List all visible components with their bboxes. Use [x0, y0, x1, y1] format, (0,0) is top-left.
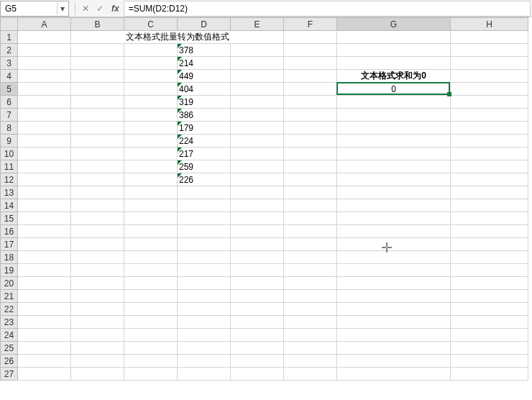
cell-B5[interactable]: [71, 83, 124, 96]
cell-C23[interactable]: [124, 316, 178, 329]
cell-B4[interactable]: [71, 70, 124, 83]
row-header-15[interactable]: 15: [1, 212, 18, 225]
cell-E10[interactable]: [231, 147, 284, 160]
cell-H22[interactable]: [451, 303, 528, 316]
cell-A11[interactable]: [18, 160, 71, 173]
cell-A17[interactable]: [18, 238, 71, 251]
cancel-formula-icon[interactable]: ✕: [78, 4, 93, 14]
cell-A7[interactable]: [18, 109, 71, 122]
cell-D24[interactable]: [178, 329, 231, 342]
row-header-19[interactable]: 19: [1, 264, 18, 277]
cell-H2[interactable]: [451, 44, 528, 57]
cell-E18[interactable]: [231, 251, 284, 264]
cell-C25[interactable]: [124, 342, 178, 355]
col-header-D[interactable]: D: [178, 18, 231, 31]
cell-B14[interactable]: [71, 199, 124, 212]
cell-G24[interactable]: [337, 329, 451, 342]
cell-H26[interactable]: [451, 355, 528, 368]
cell-F25[interactable]: [284, 342, 337, 355]
formula-input[interactable]: [124, 1, 531, 17]
cell-G27[interactable]: [337, 368, 451, 381]
cell-H5[interactable]: [451, 83, 528, 96]
cell-F6[interactable]: [284, 96, 337, 109]
cell-B8[interactable]: [71, 122, 124, 135]
cell-B22[interactable]: [71, 303, 124, 316]
cell-D16[interactable]: [178, 225, 231, 238]
cell-G20[interactable]: [337, 277, 451, 290]
col-header-F[interactable]: F: [284, 18, 337, 31]
row-header-6[interactable]: 6: [1, 96, 18, 109]
cell-B15[interactable]: [71, 212, 124, 225]
cell-D11[interactable]: 259: [178, 160, 231, 173]
cell-A19[interactable]: [18, 264, 71, 277]
row-header-11[interactable]: 11: [1, 160, 18, 173]
cell-E5[interactable]: [231, 83, 284, 96]
cell-A2[interactable]: [18, 44, 71, 57]
cell-E22[interactable]: [231, 303, 284, 316]
cell-H6[interactable]: [451, 96, 528, 109]
cell-G22[interactable]: [337, 303, 451, 316]
row-header-17[interactable]: 17: [1, 238, 18, 251]
col-header-C[interactable]: C: [124, 18, 178, 31]
cell-C9[interactable]: [124, 135, 178, 147]
cell-A25[interactable]: [18, 342, 71, 355]
cell-G8[interactable]: [337, 122, 451, 135]
cell-E14[interactable]: [231, 199, 284, 212]
cell-B24[interactable]: [71, 329, 124, 342]
col-header-H[interactable]: H: [451, 18, 528, 31]
cell-E6[interactable]: [231, 96, 284, 109]
cell-F5[interactable]: [284, 83, 337, 96]
cell-A20[interactable]: [18, 277, 71, 290]
cell-H3[interactable]: [451, 57, 528, 70]
cell-A4[interactable]: [18, 70, 71, 83]
name-box-input[interactable]: [5, 4, 64, 14]
cell-F13[interactable]: [284, 186, 337, 199]
cell-G4[interactable]: 文本格式求和为0: [337, 70, 451, 83]
cell-C18[interactable]: [124, 251, 178, 264]
cell-A15[interactable]: [18, 212, 71, 225]
cell-D22[interactable]: [178, 303, 231, 316]
cell-C4[interactable]: [124, 70, 178, 83]
row-header-4[interactable]: 4: [1, 70, 18, 83]
cell-C2[interactable]: [124, 44, 178, 57]
row-header-16[interactable]: 16: [1, 225, 18, 238]
cell-H20[interactable]: [451, 277, 528, 290]
row-header-13[interactable]: 13: [1, 186, 18, 199]
row-header-20[interactable]: 20: [1, 277, 18, 290]
row-header-21[interactable]: 21: [1, 290, 18, 303]
row-header-25[interactable]: 25: [1, 342, 18, 355]
row-header-3[interactable]: 3: [1, 57, 18, 70]
cell-E2[interactable]: [231, 44, 284, 57]
row-header-23[interactable]: 23: [1, 316, 18, 329]
cell-H10[interactable]: [451, 147, 528, 160]
cell-C20[interactable]: [124, 277, 178, 290]
cell-H11[interactable]: [451, 160, 528, 173]
cell-E8[interactable]: [231, 122, 284, 135]
cell-G1[interactable]: [337, 31, 451, 44]
row-header-8[interactable]: 8: [1, 122, 18, 135]
cell-H15[interactable]: [451, 212, 528, 225]
cell-H21[interactable]: [451, 290, 528, 303]
cell-E25[interactable]: [231, 342, 284, 355]
cell-D27[interactable]: [178, 368, 231, 381]
cell-F7[interactable]: [284, 109, 337, 122]
cell-F10[interactable]: [284, 147, 337, 160]
cell-B3[interactable]: [71, 57, 124, 70]
cell-A14[interactable]: [18, 199, 71, 212]
cell-B9[interactable]: [71, 135, 124, 147]
cell-D8[interactable]: 179: [178, 122, 231, 135]
cell-D23[interactable]: [178, 316, 231, 329]
cell-A9[interactable]: [18, 135, 71, 147]
cell-B21[interactable]: [71, 290, 124, 303]
cell-G11[interactable]: [337, 160, 451, 173]
row-header-14[interactable]: 14: [1, 199, 18, 212]
cell-G13[interactable]: [337, 186, 451, 199]
cell-B17[interactable]: [71, 238, 124, 251]
cell-D12[interactable]: 226: [178, 173, 231, 186]
name-box[interactable]: ▾: [0, 1, 69, 17]
cell-E9[interactable]: [231, 135, 284, 147]
cell-F1[interactable]: [284, 31, 337, 44]
cell-C26[interactable]: [124, 355, 178, 368]
cell-H27[interactable]: [451, 368, 528, 381]
cell-H9[interactable]: [451, 135, 528, 147]
